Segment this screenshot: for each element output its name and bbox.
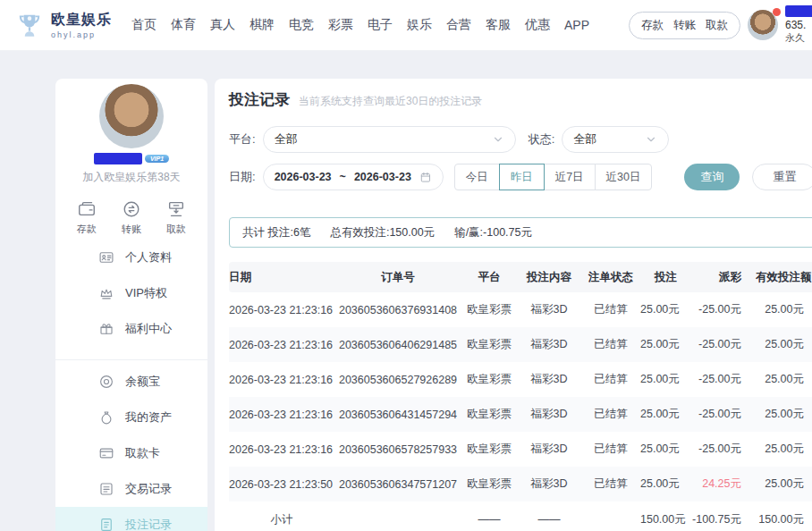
- nav-item[interactable]: 优惠: [525, 17, 550, 33]
- platform-select[interactable]: 全部: [263, 126, 516, 153]
- nav-item[interactable]: 娱乐: [407, 17, 432, 33]
- sidebar-item[interactable]: 余额宝: [55, 364, 207, 400]
- table-cell: 25.00元: [640, 337, 691, 352]
- logo[interactable]: 欧皇娱乐 ohyl.app: [14, 10, 112, 40]
- nav-item[interactable]: 电子: [368, 17, 393, 33]
- date-range-input[interactable]: 2026-03-23 ~ 2026-03-23: [263, 164, 444, 190]
- profile-avatar[interactable]: [99, 84, 164, 148]
- username-redacted: [785, 5, 812, 17]
- page-title: 投注记录: [229, 89, 290, 110]
- page-subtitle: 当前系统支持查询最近30日的投注记录: [299, 94, 482, 109]
- table-cell: 已结算: [581, 407, 640, 422]
- username-row: VIP1: [94, 153, 169, 164]
- nav-item[interactable]: 真人: [210, 17, 235, 33]
- sidebar-divider: [55, 359, 207, 360]
- bet-records-panel: 投注记录 当前系统支持查询最近30日的投注记录 平台: 全部 状态: 全部 日期…: [215, 79, 812, 531]
- table-cell: 2036053606431457294: [334, 409, 461, 421]
- sidebar-item[interactable]: 交易记录: [55, 471, 207, 507]
- table-cell: 2026-03-23 21:23:16: [229, 374, 334, 386]
- quick-action-label: 取款: [166, 223, 186, 236]
- nav-item[interactable]: 体育: [171, 17, 196, 33]
- wallet-action[interactable]: 取款: [706, 18, 728, 33]
- table-cell: 派彩: [691, 270, 756, 285]
- user-meta: 635. 永久: [785, 5, 812, 45]
- table-cell: 有效投注额: [756, 270, 812, 285]
- nav-item[interactable]: 首页: [131, 17, 156, 33]
- summary-winloss: 输/赢:-100.75元: [454, 225, 532, 240]
- nav-item[interactable]: 电竞: [289, 17, 314, 33]
- assets-icon: [98, 409, 114, 426]
- table-row: 2026-03-23 21:23:162036053606527926289欧皇…: [229, 362, 812, 397]
- table-subtotal-row: 小计————150.00元-100.75元150.00元: [229, 502, 812, 531]
- table-cell: 25.00元: [640, 476, 691, 492]
- table-cell: 已结算: [581, 372, 640, 387]
- sidebar-item[interactable]: 取款卡: [55, 435, 207, 471]
- sidebar-item[interactable]: 福利中心: [55, 311, 207, 347]
- wallet-action[interactable]: 转账: [673, 18, 696, 33]
- table-header-row: 日期订单号平台投注内容注单状态投注派彩有效投注额: [229, 262, 812, 292]
- reset-button[interactable]: 重置: [752, 164, 812, 190]
- table-cell: 25.00元: [640, 407, 691, 422]
- table-cell: 2036053606578257933: [334, 443, 461, 456]
- nav-item[interactable]: 棋牌: [250, 17, 275, 33]
- range-button[interactable]: 近30日: [595, 164, 653, 190]
- table-cell: 25.00元: [756, 337, 812, 352]
- status-label: 状态:: [529, 131, 555, 148]
- deposit-icon: [77, 199, 97, 219]
- table-cell: 25.00元: [640, 302, 691, 317]
- sidebar-item[interactable]: 个人资料: [55, 240, 207, 275]
- quick-action[interactable]: 取款: [166, 199, 186, 236]
- table-cell: -25.00元: [691, 302, 756, 317]
- table-cell: 已结算: [581, 476, 640, 492]
- wallet-action[interactable]: 存款: [641, 18, 664, 33]
- range-button[interactable]: 近7日: [544, 164, 596, 190]
- table-cell: 25.00元: [756, 476, 812, 492]
- sidebar-item[interactable]: 投注记录: [55, 507, 207, 531]
- nav-item[interactable]: 彩票: [328, 17, 353, 33]
- table-cell: 2026-03-23 21:23:50: [229, 478, 334, 491]
- table-cell: 小计: [229, 512, 334, 527]
- table-cell: -100.75元: [691, 512, 756, 527]
- user-avatar[interactable]: [748, 10, 778, 40]
- sidebar-item-label: 我的资产: [125, 409, 172, 426]
- table-row: 2026-03-23 21:23:162036053606431457294欧皇…: [229, 397, 812, 432]
- table-cell: 福彩3D: [517, 302, 581, 317]
- quick-action[interactable]: 存款: [77, 199, 97, 236]
- table-row: 2026-03-23 21:23:502036053606347571207欧皇…: [229, 467, 812, 502]
- range-button[interactable]: 昨日: [499, 164, 545, 190]
- table-cell: 150.00元: [756, 512, 812, 527]
- table-cell: 福彩3D: [517, 407, 581, 422]
- filter-row-selects: 平台: 全部 状态: 全部: [229, 126, 812, 153]
- nav-item[interactable]: 合营: [446, 17, 471, 33]
- summary-bar: 共计 投注:6笔 总有效投注:150.00元 输/赢:-100.75元: [229, 217, 812, 248]
- range-button[interactable]: 今日: [454, 164, 500, 190]
- table-cell: 25.00元: [756, 302, 812, 317]
- chevron-down-icon: [492, 133, 504, 146]
- quick-action-label: 存款: [77, 223, 97, 236]
- status-select[interactable]: 全部: [562, 126, 669, 153]
- top-bar: 欧皇娱乐 ohyl.app 首页体育真人棋牌电竞彩票电子娱乐合营客服优惠APP …: [0, 0, 812, 51]
- sidebar-menu-bottom: 余额宝我的资产取款卡交易记录投注记录: [55, 364, 207, 531]
- withdraw-icon: [166, 199, 186, 219]
- title-row: 投注记录 当前系统支持查询最近30日的投注记录: [229, 89, 812, 110]
- sidebar-item-label: 投注记录: [125, 517, 172, 531]
- username-redacted: [94, 153, 142, 164]
- quick-action[interactable]: 转账: [122, 199, 141, 236]
- table-cell: 欧皇彩票: [461, 407, 517, 422]
- table-cell: 福彩3D: [517, 337, 581, 352]
- sidebar-item[interactable]: 我的资产: [55, 400, 207, 435]
- nav-item[interactable]: 客服: [486, 17, 511, 33]
- table-cell: 福彩3D: [517, 442, 581, 457]
- table-cell: -25.00元: [691, 407, 756, 422]
- logo-title: 欧皇娱乐: [51, 11, 112, 30]
- filter-row-date: 日期: 2026-03-23 ~ 2026-03-23 今日昨日近7日近30日 …: [229, 164, 812, 190]
- search-button[interactable]: 查询: [684, 164, 740, 190]
- table-cell: 欧皇彩票: [461, 442, 517, 457]
- join-days-text: 加入欧皇娱乐第38天: [82, 170, 180, 185]
- sidebar-item[interactable]: VIP特权: [55, 275, 207, 311]
- balance-text: 635.: [785, 19, 812, 31]
- table-cell: ——: [517, 513, 581, 526]
- sidebar-item-label: VIP特权: [125, 285, 167, 301]
- nav-item[interactable]: APP: [564, 18, 589, 32]
- table-cell: 2026-03-23 21:23:16: [229, 304, 334, 316]
